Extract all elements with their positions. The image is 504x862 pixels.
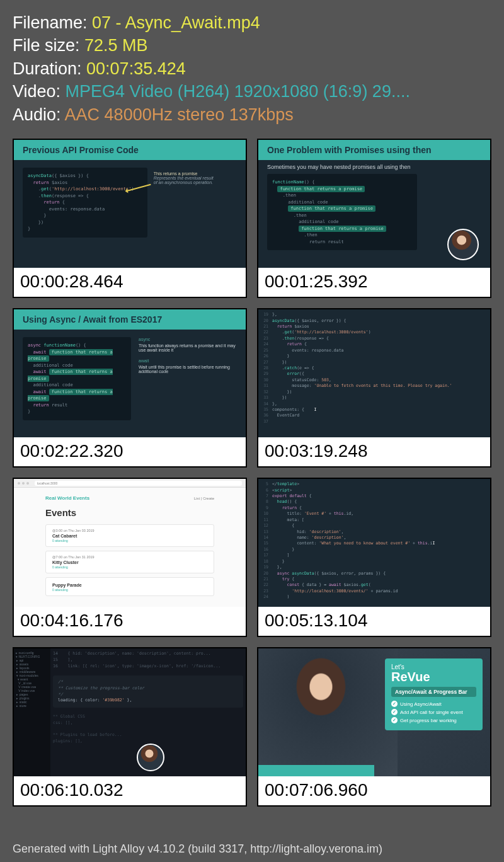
timestamp: 00:01:25.392 [258, 268, 490, 297]
filename-value: 07 - Async_Await.mp4 [92, 13, 260, 32]
timestamp: 00:02:22.320 [14, 437, 246, 466]
event-card: @3:00 on Thu Jan 03 2019 Cat Cabaret 0 a… [45, 524, 214, 547]
line-numbers: 56789101112131415161718192021222324 [258, 481, 272, 604]
thumbnail-3: Using Async / Await from ES2017 async fu… [13, 308, 247, 468]
generator-footer: Generated with Light Alloy v4.10.2 (buil… [13, 842, 382, 856]
thumbnail-image-4: 19202122232425262728293031323334353637 }… [258, 309, 490, 437]
thumbnail-2: One Problem with Promises using then Som… [257, 139, 491, 298]
file-info-header: Filename: 07 - Async_Await.mp4 File size… [0, 0, 504, 132]
thumbnail-image-8: Let's ReVue Async/Await & Progress Bar ✓… [258, 648, 490, 776]
code-content: </template> <script> export default { he… [272, 481, 490, 604]
filename-label: Filename: [13, 13, 92, 32]
timestamp: 00:07:06.960 [258, 776, 490, 805]
revue-item: ✓Add API call for single event [391, 709, 476, 715]
thumbnail-image-7: ▸ nuxt.config▾ NUXT.CONFIG ▸ api ▸ asset… [14, 648, 246, 776]
filesize-row: File size: 72.5 MB [13, 34, 491, 57]
thumbnail-image-6: 56789101112131415161718192021222324 </te… [258, 479, 490, 607]
thumbnail-image-1: Previous API Promise Code asyncData({ $a… [14, 140, 246, 268]
slide-subtitle: Sometimes you may have nested promises a… [258, 160, 490, 173]
thumbnail-7: ▸ nuxt.config▾ NUXT.CONFIG ▸ api ▸ asset… [13, 647, 247, 807]
check-icon: ✓ [391, 709, 398, 715]
check-icon: ✓ [391, 701, 398, 707]
async-desc: This function always returns a promise a… [139, 343, 237, 352]
duration-row: Duration: 00:07:35.424 [13, 57, 491, 80]
code-content: }, asyncData({ $axios, error }) { return… [272, 312, 490, 435]
duration-label: Duration: [13, 59, 86, 78]
event-card: Puppy Parade 0 attending [45, 577, 214, 596]
audio-value: AAC 48000Hz stereo 137kbps [65, 105, 294, 124]
annotation: This returns a promise [154, 171, 237, 176]
revue-subtitle: Async/Await & Progress Bar [391, 687, 476, 697]
thumbnail-grid: Previous API Promise Code asyncData({ $a… [0, 132, 504, 807]
await-desc: Wait until this promise is settled befor… [139, 365, 237, 374]
timestamp: 00:03:19.248 [258, 437, 490, 466]
line-numbers: 19202122232425262728293031323334353637 [258, 312, 272, 435]
timestamp: 00:00:28.464 [14, 268, 246, 297]
revue-panel: Let's ReVue Async/Await & Progress Bar ✓… [385, 658, 483, 730]
page-heading: Events [45, 507, 214, 518]
slide-title: One Problem with Promises using then [258, 140, 490, 160]
filesize-value: 72.5 MB [84, 36, 148, 55]
revue-title: ReVue [391, 670, 476, 683]
slide-title: Previous API Promise Code [14, 140, 246, 160]
thumbnail-image-2: One Problem with Promises using then Som… [258, 140, 490, 268]
presenter-avatar [447, 229, 479, 260]
presenter-avatar [137, 744, 164, 771]
video-row: Video: MPEG4 Video (H264) 1920x1080 (16:… [13, 80, 491, 103]
thumbnail-1: Previous API Promise Code asyncData({ $a… [13, 139, 247, 298]
async-label: async [139, 337, 237, 342]
nav-links: List | Create [194, 497, 214, 500]
accent-stripe [258, 765, 490, 776]
timestamp: 00:04:16.176 [14, 607, 246, 636]
event-card: @7:00 on Thu Jan 31 2019 Kitty Cluster 0… [45, 551, 214, 573]
annotation: Represents the eventual result [154, 176, 237, 180]
slide-title: Using Async / Await from ES2017 [14, 309, 246, 330]
await-label: await [139, 359, 237, 363]
annotation: of an asynchronous operation. [154, 180, 237, 185]
audio-row: Audio: AAC 48000Hz stereo 137kbps [13, 103, 491, 126]
revue-item: ✓Using Async/Await [391, 701, 476, 707]
thumbnail-6: 56789101112131415161718192021222324 </te… [257, 478, 491, 637]
filename-row: Filename: 07 - Async_Await.mp4 [13, 11, 491, 34]
thumbnail-image-3: Using Async / Await from ES2017 async fu… [14, 309, 246, 437]
filesize-label: File size: [13, 36, 84, 55]
video-value: MPEG4 Video (H264) 1920x1080 (16:9) 29..… [66, 82, 410, 101]
thumbnail-image-5: localhost:3000 Real World Events List | … [14, 479, 246, 607]
timestamp: 00:06:10.032 [14, 776, 246, 805]
duration-value: 00:07:35.424 [86, 59, 186, 78]
thumbnail-4: 19202122232425262728293031323334353637 }… [257, 308, 491, 468]
revue-item: ✓Get progress bar working [391, 717, 476, 723]
check-icon: ✓ [391, 717, 398, 723]
video-label: Video: [13, 82, 66, 101]
site-brand: Real World Events [45, 495, 89, 501]
browser-chrome: localhost:3000 [14, 479, 246, 488]
audio-label: Audio: [13, 105, 65, 124]
timestamp: 00:05:13.104 [258, 607, 490, 636]
thumbnail-8: Let's ReVue Async/Await & Progress Bar ✓… [257, 647, 491, 807]
thumbnail-5: localhost:3000 Real World Events List | … [13, 478, 247, 637]
file-tree: ▸ nuxt.config▾ NUXT.CONFIG ▸ api ▸ asset… [14, 648, 50, 776]
presenter-photo [258, 648, 398, 776]
